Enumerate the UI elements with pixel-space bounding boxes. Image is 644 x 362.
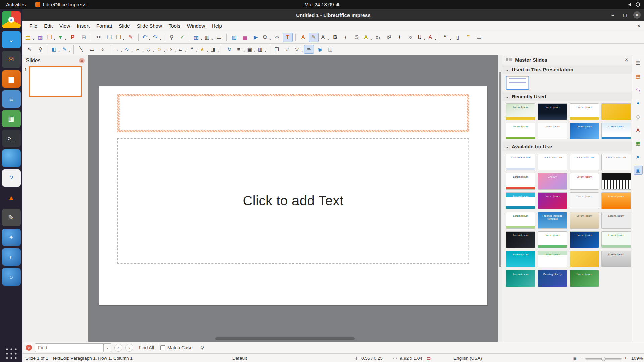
master-slide-thumbnail[interactable]: Lorem Ipsum bbox=[506, 123, 535, 139]
find-next-button[interactable]: ∨ bbox=[125, 344, 133, 352]
section-recent-header[interactable]: ⌄ Recently Used bbox=[502, 92, 632, 101]
dock-gimp[interactable]: ✎ bbox=[2, 209, 21, 226]
properties-icon[interactable]: ▤ bbox=[634, 72, 643, 81]
search-icon[interactable]: ⚲ bbox=[198, 343, 207, 352]
menu-item[interactable]: Insert bbox=[73, 22, 93, 30]
menu-item[interactable]: Tools bbox=[165, 22, 184, 30]
zoom-slider-thumb[interactable] bbox=[601, 357, 606, 361]
dock-app-blue-2[interactable]: ◐ bbox=[2, 248, 21, 266]
menu-item[interactable]: Slide bbox=[115, 22, 133, 30]
workspace[interactable]: Click to add Text bbox=[88, 55, 498, 342]
italic-button[interactable]: I ▾ bbox=[394, 33, 405, 42]
redo-button[interactable]: ↷ ▾ bbox=[152, 33, 162, 42]
open-button[interactable]: ❒ ▾ bbox=[46, 33, 56, 42]
toolbar-button[interactable]: ▾ bbox=[164, 34, 164, 41]
master-slide-thumbnail[interactable] bbox=[570, 251, 599, 267]
toolbar-button[interactable]: ▾ bbox=[91, 34, 91, 41]
zoom-out-button[interactable]: − bbox=[580, 355, 583, 360]
toolbar-button[interactable]: ▾ bbox=[190, 34, 190, 41]
zoom-percent[interactable]: 109% bbox=[631, 355, 643, 360]
callout-shapes-button[interactable]: ❝ ▾ bbox=[442, 33, 452, 42]
close-button[interactable]: ✕ bbox=[633, 11, 641, 19]
vertical-scrollbar[interactable] bbox=[498, 55, 502, 342]
vertical-text-button[interactable]: ▯ ▾ bbox=[452, 33, 463, 42]
outline-font-button[interactable]: ○ ▾ bbox=[405, 33, 415, 42]
align-button[interactable]: ≡ ▾ bbox=[235, 45, 245, 54]
dock-impress[interactable]: ▆ bbox=[2, 70, 21, 88]
menu-item[interactable]: Window bbox=[184, 22, 208, 30]
toolbar-button[interactable]: ▾ bbox=[269, 45, 269, 54]
slide-list-item[interactable]: 1 bbox=[22, 66, 88, 97]
zoom-tool[interactable]: ⚲ ▾ bbox=[35, 45, 45, 54]
clock-button[interactable]: Mar 24 13:09 bbox=[304, 2, 339, 7]
dock-writer[interactable]: ≡ bbox=[2, 90, 21, 108]
dock-mail[interactable]: ✉ bbox=[2, 51, 21, 68]
master-slide-thumbnail[interactable]: Lorem ipsum bbox=[570, 173, 599, 190]
superscript-button[interactable]: x² ▾ bbox=[384, 33, 394, 42]
master-slide-thumbnail[interactable]: Lorem ipsum bbox=[506, 270, 535, 287]
insert-comment-button[interactable]: ❞ ▾ bbox=[463, 33, 473, 42]
dock-app-blue-1[interactable]: ✦ bbox=[2, 229, 21, 246]
master-slide-thumbnail[interactable]: Lorem ipsum bbox=[506, 231, 535, 248]
bold-button[interactable]: B ▾ bbox=[330, 33, 340, 42]
master-slide-thumbnail[interactable]: Lorem ipsum bbox=[506, 212, 535, 229]
toolbar-button[interactable]: ▾ bbox=[73, 45, 74, 54]
zoom-in-button[interactable]: + bbox=[624, 355, 627, 360]
find-close-button[interactable]: ✕ bbox=[26, 345, 32, 351]
distribute-button[interactable]: ▥ ▾ bbox=[257, 45, 267, 54]
dock-app-blue-3[interactable]: ○ bbox=[2, 268, 21, 286]
master-slide-thumbnail[interactable]: Lorem ipsum bbox=[601, 231, 631, 248]
ellipse-button[interactable]: ○ ▾ bbox=[98, 45, 108, 54]
section-available-header[interactable]: ⌄ Available for Use bbox=[502, 142, 632, 151]
subscript-button[interactable]: x₂ ▾ bbox=[373, 33, 383, 42]
dock-calc[interactable]: ▦ bbox=[2, 110, 21, 127]
title-bar[interactable]: Untitled 1 - LibreOffice Impress – ▢ ✕ bbox=[22, 9, 644, 21]
strikethrough-button[interactable]: S ▾ bbox=[352, 33, 362, 42]
master-slide-thumbnail[interactable]: Lorem ipsum bbox=[506, 173, 535, 190]
zoom-slider-track[interactable] bbox=[585, 358, 622, 359]
master-slide-thumbnail[interactable]: Freshes Impress Template bbox=[538, 212, 567, 229]
master-slide-thumbnail[interactable]: Lorem ipsum bbox=[538, 192, 567, 209]
slide-style-status[interactable]: Default bbox=[232, 355, 247, 360]
toggle-extrusion-button[interactable]: ◱ ▾ bbox=[325, 45, 335, 54]
symbol-shapes-button[interactable]: ☺ ▾ bbox=[156, 45, 166, 54]
dock-terminal[interactable]: >_ bbox=[2, 130, 21, 147]
slides-panel-close-button[interactable]: ✕ bbox=[79, 58, 85, 63]
zoom-slider[interactable] bbox=[585, 355, 622, 360]
insert-line-button[interactable]: ╲ ▾ bbox=[76, 45, 86, 54]
system-tray[interactable] bbox=[627, 2, 640, 7]
block-arrows-button[interactable]: ⇨ ▾ bbox=[166, 45, 176, 54]
master-slide-thumbnail[interactable]: Lorem ipsum bbox=[538, 251, 567, 267]
crop-button[interactable]: # ▾ bbox=[282, 45, 292, 54]
master-slide-thumbnail[interactable]: Click to add Title bbox=[570, 154, 599, 170]
gallery-icon[interactable]: ▦ bbox=[634, 139, 643, 148]
callouts-button[interactable]: ❝ ▾ bbox=[188, 45, 198, 54]
menu-item[interactable]: Edit bbox=[41, 22, 56, 30]
master-slide-thumbnail[interactable]: Lorem ipsum bbox=[570, 123, 599, 139]
font-color-button[interactable]: A ▾ bbox=[427, 33, 437, 42]
horizontal-scrollbar-thumb[interactable] bbox=[215, 337, 355, 340]
select-tool[interactable]: ↖ ▾ bbox=[24, 45, 35, 54]
character-highlight-button[interactable]: A ▾ bbox=[319, 33, 329, 42]
content-placeholder[interactable]: Click to add Text bbox=[117, 138, 469, 264]
highlight-color-button[interactable]: A ▾ bbox=[362, 33, 372, 42]
filter-button[interactable]: ▽ ▾ bbox=[293, 45, 303, 54]
master-slide-thumbnail[interactable]: Lorem ipsum bbox=[570, 270, 599, 287]
line-color-button[interactable]: ✎ ▾ bbox=[61, 45, 71, 54]
fill-color-button[interactable]: ◧ ▾ bbox=[50, 45, 60, 54]
toolbar-button[interactable]: ▾ bbox=[138, 34, 139, 41]
insert-hyperlink-button[interactable]: ∞ ▾ bbox=[272, 33, 282, 42]
master-slide-thumbnail[interactable]: Lorem ipsum bbox=[570, 192, 599, 209]
new-presentation-button[interactable]: ▤ ▾ bbox=[24, 33, 35, 42]
toolbar-button[interactable]: ▾ bbox=[48, 45, 48, 54]
export-pdf-button[interactable]: P ▾ bbox=[68, 33, 78, 42]
master-slide-thumbnail[interactable]: Lorem ipsum bbox=[506, 192, 535, 209]
document-close-button[interactable]: ✕ bbox=[637, 23, 641, 28]
copy-button[interactable]: ❏ ▾ bbox=[104, 33, 114, 42]
fit-slide-icon[interactable]: ▣ bbox=[573, 355, 577, 360]
unsaved-changes-icon[interactable]: ▤ bbox=[427, 355, 431, 360]
dock-help[interactable]: ? bbox=[2, 169, 21, 187]
flowchart-button[interactable]: ▱ ▾ bbox=[177, 45, 187, 54]
master-slide-thumbnail[interactable]: Lorem ipsum bbox=[538, 231, 567, 248]
find-previous-button[interactable]: ∧ bbox=[114, 344, 122, 352]
